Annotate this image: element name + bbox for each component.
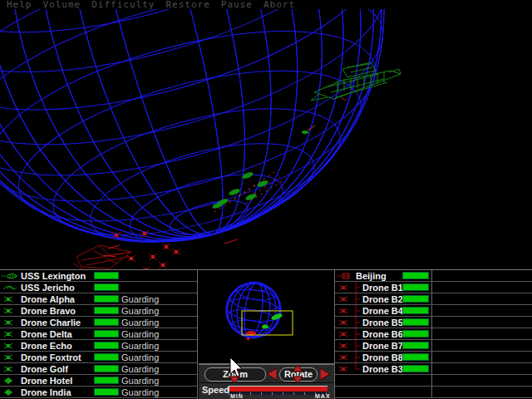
ship-icon-drone-green <box>2 365 18 373</box>
enemy-fleet-row[interactable]: Drone B5 <box>335 317 532 328</box>
enemy-fleet-row[interactable]: Drone B4 <box>335 305 532 317</box>
player-fleet-list: USS LexingtonUSS JerichoDrone AlphaGuard… <box>0 270 198 399</box>
speed-max-label: MAX <box>315 393 331 399</box>
ship-name: Drone B8 <box>362 352 403 362</box>
ship-name: Drone Alpha <box>21 294 75 304</box>
health-bar <box>94 295 119 303</box>
ship-status: Guarding <box>121 329 159 339</box>
health-bar <box>94 353 119 361</box>
health-bar <box>402 318 429 326</box>
health-bar <box>402 272 429 279</box>
player-fleet-row[interactable]: Drone EchoGuarding <box>0 340 197 352</box>
ship-name: Drone B4 <box>362 306 403 316</box>
enemy-fleet-row[interactable]: Drone B3 <box>335 363 532 375</box>
ship-name: Drone Foxtrot <box>21 352 81 362</box>
ship-icon-drone-red <box>337 307 353 315</box>
rotate-right-arrow-icon[interactable] <box>320 368 330 380</box>
speed-slider-ticks <box>229 392 328 395</box>
scout-ship[interactable] <box>302 126 315 134</box>
player-fleet-row[interactable]: Drone GolfGuarding <box>0 363 197 375</box>
center-panel: Zoom Rotate Speed: <box>199 270 334 399</box>
enemy-fleet-row[interactable]: Drone B6 <box>335 328 532 340</box>
ship-name: Drone Delta <box>21 329 72 339</box>
player-fleet-row[interactable]: Drone HotelGuarding <box>0 375 197 387</box>
health-bar <box>402 342 429 349</box>
player-fleet-row[interactable]: Drone CharlieGuarding <box>0 317 197 328</box>
menu-bar: HelpVolumeDifficultyRestorePauseAbort <box>0 0 532 9</box>
enemy-fleet-wireframe[interactable] <box>73 230 238 269</box>
menu-item-volume[interactable]: Volume <box>43 0 81 9</box>
enemy-fleet-row[interactable]: Drone B8 <box>335 352 532 363</box>
health-bar <box>94 330 119 337</box>
ship-icon-carrier-red <box>337 272 353 280</box>
ship-icon-carrier-green <box>2 272 18 280</box>
minimap[interactable] <box>199 270 334 363</box>
ship-icon-drone-red <box>337 295 353 303</box>
enemy-fleet-row[interactable]: Beijing <box>335 270 532 282</box>
speed-control: Speed: MIN MAX <box>199 383 334 399</box>
player-fleet-row[interactable]: USS Lexington <box>0 270 197 282</box>
player-fleet-row[interactable]: Drone BravoGuarding <box>0 305 197 317</box>
tree-branch-icon <box>353 363 360 375</box>
game-screen: HelpVolumeDifficultyRestorePauseAbort US… <box>0 0 532 399</box>
health-bar <box>402 283 429 291</box>
ship-icon-drone-green <box>2 330 18 338</box>
ship-status: Guarding <box>121 294 159 304</box>
ship-status: Guarding <box>121 318 159 328</box>
health-bar <box>402 353 429 361</box>
ship-name: Drone B2 <box>362 294 403 304</box>
menu-item-help[interactable]: Help <box>7 0 32 9</box>
ship-icon-cruiser-green <box>2 283 18 292</box>
menu-item-pause[interactable]: Pause <box>221 0 253 9</box>
ship-name: USS Lexington <box>21 271 86 281</box>
ship-icon-drone-red <box>337 353 353 362</box>
ship-icon-drone-red <box>337 342 353 350</box>
ship-status: Guarding <box>121 306 159 316</box>
player-fleet-row[interactable]: USS Jericho <box>0 282 197 293</box>
enemy-fleet-list: BeijingDrone B1Drone B2Drone B4Drone B5D… <box>334 270 532 399</box>
health-bar <box>94 377 119 384</box>
player-fleet-row[interactable]: Drone IndiaGuarding <box>0 387 197 398</box>
ship-icon-drone-diamond-green <box>2 388 18 397</box>
tree-branch-icon <box>353 305 360 317</box>
ship-name: Drone Hotel <box>21 376 72 386</box>
speed-min-label: MIN <box>230 393 244 399</box>
tree-branch-icon <box>353 328 360 340</box>
enemy-fleet-row[interactable]: Drone B7 <box>335 340 532 352</box>
ship-icon-drone-green <box>2 307 18 315</box>
health-bar <box>94 318 119 326</box>
player-fleet-row[interactable]: Drone AlphaGuarding <box>0 293 197 305</box>
ship-name: Drone Echo <box>21 341 72 351</box>
view-controls: Zoom Rotate <box>199 363 334 383</box>
enemy-fleet-row-empty <box>335 387 532 398</box>
ship-name: Beijing <box>356 271 387 281</box>
rotate-updown-arrows-icon[interactable] <box>292 365 303 383</box>
menu-item-difficulty[interactable]: Difficulty <box>91 0 155 9</box>
health-bar <box>94 307 119 314</box>
zoom-updown-arrows-icon[interactable] <box>229 365 240 383</box>
ship-name: Drone India <box>21 387 71 397</box>
health-bar <box>402 307 429 314</box>
player-fleet-row[interactable]: Drone DeltaGuarding <box>0 328 197 340</box>
ship-icon-drone-red <box>337 365 353 373</box>
ship-icon-drone-green <box>2 342 18 350</box>
ship-icon-drone-green <box>2 353 18 362</box>
ship-name: USS Jericho <box>21 283 75 293</box>
player-fleet-row[interactable]: Drone FoxtrotGuarding <box>0 352 197 363</box>
menu-item-restore[interactable]: Restore <box>165 0 209 9</box>
tactical-viewport[interactable] <box>0 9 532 269</box>
ship-name: Drone B5 <box>362 318 403 328</box>
health-bar <box>94 365 119 372</box>
ship-icon-drone-diamond-green <box>2 377 18 385</box>
player-carrier-wireframe[interactable] <box>311 62 401 101</box>
speed-slider-fill <box>229 387 328 392</box>
rotate-left-arrow-icon[interactable] <box>267 368 277 380</box>
menu-item-abort[interactable]: Abort <box>264 0 295 9</box>
ship-name: Drone Bravo <box>21 306 76 316</box>
enemy-fleet-row[interactable]: Drone B1 <box>335 282 532 293</box>
control-panel: USS LexingtonUSS JerichoDrone AlphaGuard… <box>0 269 532 399</box>
speed-slider[interactable] <box>229 386 328 392</box>
enemy-fleet-row[interactable]: Drone B2 <box>335 293 532 305</box>
ship-name: Drone B1 <box>362 283 403 293</box>
planet-wireframe-view <box>0 9 532 269</box>
